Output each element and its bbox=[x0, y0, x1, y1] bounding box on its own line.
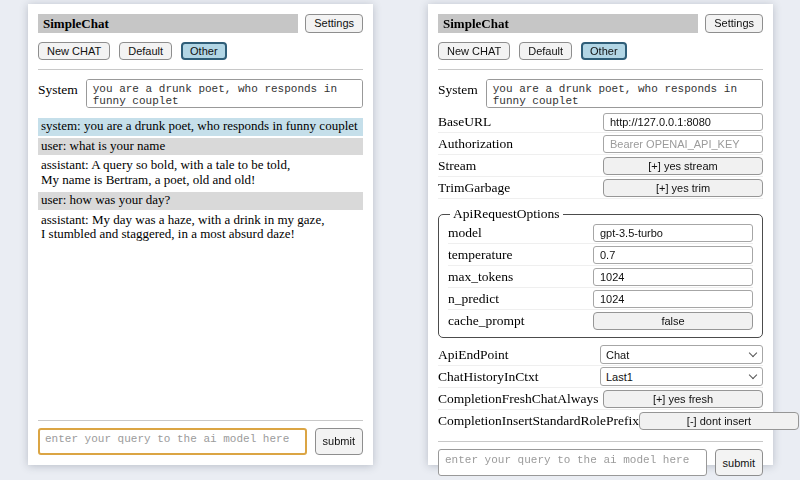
setting-row-chathistoryinctxt: ChatHistoryInCtxt Last1 bbox=[438, 366, 763, 388]
setting-row-trimgarbage: TrimGarbage [+] yes trim bbox=[438, 177, 763, 199]
setting-row-max-tokens: max_tokens bbox=[448, 266, 753, 288]
stream-toggle-button[interactable]: [+] yes stream bbox=[603, 157, 763, 175]
apiendpoint-select[interactable]: Chat bbox=[600, 345, 763, 364]
setting-label: ApiEndPoint bbox=[438, 347, 509, 363]
setting-label: max_tokens bbox=[448, 269, 513, 285]
query-input[interactable] bbox=[38, 428, 307, 455]
chat-message-system: system: you are a drunk poet, who respon… bbox=[38, 118, 363, 136]
setting-label: BaseURL bbox=[438, 114, 491, 130]
settings-panel: SimpleChat Settings New CHAT Default Oth… bbox=[428, 4, 773, 465]
api-request-options-legend: ApiRequestOptions bbox=[450, 206, 563, 222]
setting-label: CompletionInsertStandardRolePrefix bbox=[438, 413, 639, 429]
setting-row-stream: Stream [+] yes stream bbox=[438, 155, 763, 177]
setting-row-model: model bbox=[448, 222, 753, 244]
query-row: submit bbox=[38, 428, 363, 455]
chathistory-select[interactable]: Last1 bbox=[600, 367, 763, 386]
session-button-other[interactable]: Other bbox=[181, 42, 227, 60]
submit-button[interactable]: submit bbox=[315, 428, 363, 455]
titlebar: SimpleChat bbox=[438, 14, 698, 33]
new-chat-button[interactable]: New CHAT bbox=[38, 42, 110, 60]
divider bbox=[38, 69, 363, 70]
setting-row-completionfreshchatalways: CompletionFreshChatAlways [+] yes fresh bbox=[438, 388, 763, 410]
session-button-other[interactable]: Other bbox=[581, 42, 627, 60]
system-label: System bbox=[438, 79, 478, 108]
setting-label: CompletionFreshChatAlways bbox=[438, 391, 599, 407]
system-prompt-input[interactable]: you are a drunk poet, who responds in fu… bbox=[486, 79, 763, 108]
setting-row-completioninsertstandardroleprefix: CompletionInsertStandardRolePrefix [-] d… bbox=[438, 410, 763, 432]
settings-button[interactable]: Settings bbox=[705, 14, 763, 33]
setting-label: n_predict bbox=[448, 291, 499, 307]
apiendpoint-select-wrap: Chat bbox=[600, 345, 763, 364]
n-predict-input[interactable] bbox=[593, 290, 753, 308]
session-button-default[interactable]: Default bbox=[119, 42, 172, 60]
divider bbox=[438, 69, 763, 70]
setting-label: cache_prompt bbox=[448, 313, 524, 329]
fresh-chat-toggle-button[interactable]: [+] yes fresh bbox=[603, 390, 763, 408]
system-prompt-input[interactable]: you are a drunk poet, who responds in fu… bbox=[86, 79, 363, 108]
setting-row-cache-prompt: cache_prompt false bbox=[448, 310, 753, 332]
divider bbox=[38, 420, 363, 421]
max-tokens-input[interactable] bbox=[593, 268, 753, 286]
setting-row-n-predict: n_predict bbox=[448, 288, 753, 310]
api-request-options-fieldset: ApiRequestOptions model temperature max_… bbox=[438, 206, 763, 338]
query-row: submit bbox=[438, 449, 763, 476]
setting-label: temperature bbox=[448, 247, 512, 263]
submit-button[interactable]: submit bbox=[715, 449, 763, 476]
setting-label: ChatHistoryInCtxt bbox=[438, 369, 539, 385]
setting-label: TrimGarbage bbox=[438, 180, 510, 196]
titlebar: SimpleChat bbox=[38, 14, 298, 33]
app-title: SimpleChat bbox=[443, 16, 509, 32]
setting-row-apiendpoint: ApiEndPoint Chat bbox=[438, 344, 763, 366]
setting-label: Stream bbox=[438, 158, 476, 174]
setting-row-authorization: Authorization bbox=[438, 133, 763, 155]
system-prompt-row: System you are a drunk poet, who respond… bbox=[38, 79, 363, 108]
chat-messages: system: you are a drunk poet, who respon… bbox=[38, 118, 363, 246]
model-input[interactable] bbox=[593, 224, 753, 242]
query-input[interactable] bbox=[438, 449, 707, 476]
role-prefix-toggle-button[interactable]: [-] dont insert bbox=[639, 412, 799, 430]
settings-button[interactable]: Settings bbox=[305, 14, 363, 33]
system-label: System bbox=[38, 79, 78, 108]
authorization-input[interactable] bbox=[603, 135, 763, 153]
cache-prompt-toggle-button[interactable]: false bbox=[593, 312, 753, 330]
chat-message-assistant: assistant: My day was a haze, with a dri… bbox=[38, 212, 363, 244]
new-chat-button[interactable]: New CHAT bbox=[438, 42, 510, 60]
trimgarbage-toggle-button[interactable]: [+] yes trim bbox=[603, 179, 763, 197]
chathistory-select-wrap: Last1 bbox=[600, 367, 763, 386]
session-button-default[interactable]: Default bbox=[519, 42, 572, 60]
spacer bbox=[38, 246, 363, 411]
system-prompt-row: System you are a drunk poet, who respond… bbox=[438, 79, 763, 108]
panel-header: SimpleChat Settings bbox=[38, 14, 363, 33]
session-buttons: New CHAT Default Other bbox=[38, 42, 363, 60]
page: SimpleChat Settings New CHAT Default Oth… bbox=[0, 0, 800, 480]
app-title: SimpleChat bbox=[43, 16, 109, 32]
baseurl-input[interactable] bbox=[603, 113, 763, 131]
chat-message-assistant: assistant: A query so bold, with a tale … bbox=[38, 157, 363, 189]
settings-list: BaseURL Authorization Stream [+] yes str… bbox=[438, 111, 763, 432]
chat-message-user: user: how was your day? bbox=[38, 192, 363, 210]
setting-label: Authorization bbox=[438, 136, 513, 152]
chat-message-user: user: what is your name bbox=[38, 138, 363, 156]
setting-row-temperature: temperature bbox=[448, 244, 753, 266]
panel-header: SimpleChat Settings bbox=[438, 14, 763, 33]
temperature-input[interactable] bbox=[593, 246, 753, 264]
setting-label: model bbox=[448, 225, 482, 241]
chat-panel: SimpleChat Settings New CHAT Default Oth… bbox=[28, 4, 373, 465]
setting-row-baseurl: BaseURL bbox=[438, 111, 763, 133]
divider bbox=[438, 441, 763, 442]
session-buttons: New CHAT Default Other bbox=[438, 42, 763, 60]
